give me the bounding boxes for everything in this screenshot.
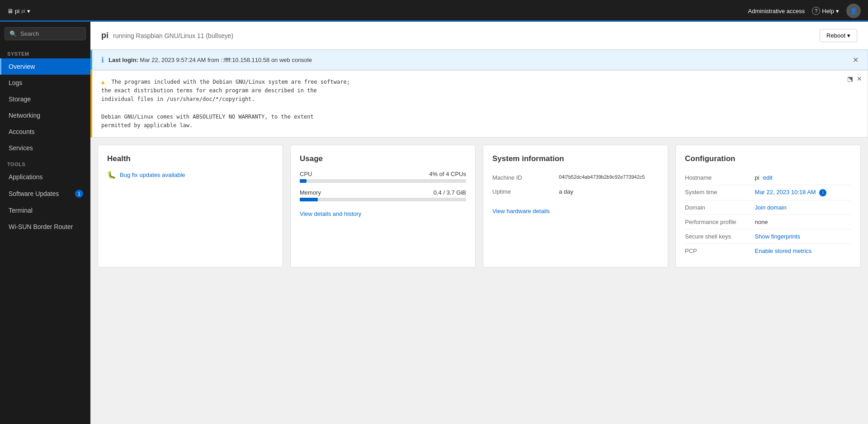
page-title-area: pi running Raspbian GNU/Linux 11 (bullse…	[101, 31, 233, 40]
motd-actions: ⬔ ✕	[847, 75, 862, 82]
system-time-info-icon[interactable]: i	[819, 189, 826, 196]
system-time-row: System time Mar 22, 2023 10:18 AM i	[685, 185, 851, 200]
motd-close-button[interactable]: ✕	[857, 75, 862, 82]
search-label: Search	[20, 30, 39, 37]
hardware-details-link[interactable]: View hardware details	[492, 208, 659, 214]
user-dropdown-icon: ▾	[27, 8, 30, 14]
ssh-keys-row: Secure shell keys Show fingerprints	[685, 229, 851, 243]
memory-label-row: Memory 0.4 / 3.7 GiB	[300, 189, 466, 196]
configuration-card: Configuration Hostname pi edit	[675, 145, 861, 267]
avatar[interactable]: 👤	[846, 4, 861, 18]
memory-value: 0.4 / 3.7 GiB	[434, 189, 466, 196]
cpu-value: 4% of 4 CPUs	[429, 171, 466, 177]
sidebar-item-networking[interactable]: Networking	[0, 107, 90, 124]
overview-label: Overview	[9, 63, 35, 70]
cpu-label-row: CPU 4% of 4 CPUs	[300, 171, 466, 177]
sidebar-item-applications[interactable]: Applications	[0, 169, 90, 185]
sidebar-section-tools-label: Tools	[0, 156, 90, 169]
sidebar-item-terminal[interactable]: Terminal	[0, 202, 90, 219]
progress-bar	[0, 20, 868, 22]
reboot-button[interactable]: Reboot ▾	[820, 29, 857, 42]
sidebar-section-system: System Overview Logs Storage Networking …	[0, 46, 90, 156]
sidebar-item-logs[interactable]: Logs	[0, 75, 90, 91]
system-info-card: System information Machine ID 04l7b52dc4…	[483, 145, 668, 267]
sidebar-section-system-label: System	[0, 46, 90, 58]
usage-title: Usage	[300, 154, 466, 163]
motd-expand-button[interactable]: ⬔	[847, 75, 853, 82]
user-icon: 🖥	[7, 8, 13, 14]
hostname-value: pi	[755, 174, 760, 181]
show-fingerprints-link[interactable]: Show fingerprints	[755, 233, 800, 240]
login-alert-close-button[interactable]: ✕	[853, 56, 859, 64]
hostname-cell: pi edit	[755, 171, 851, 185]
help-arrow: ▾	[836, 8, 839, 14]
configuration-title: Configuration	[685, 154, 851, 163]
networking-label: Networking	[9, 112, 40, 119]
cpu-progress-bg	[300, 179, 466, 183]
ssh-keys-cell: Show fingerprints	[755, 229, 851, 243]
system-time-cell: Mar 22, 2023 10:18 AM i	[755, 185, 851, 200]
memory-label: Memory	[300, 189, 321, 196]
system-time-label: System time	[685, 185, 755, 200]
sidebar-item-storage[interactable]: Storage	[0, 91, 90, 107]
search-icon: 🔍	[9, 30, 17, 37]
wi-sun-label: Wi-SUN Border Router	[9, 223, 73, 230]
cpu-progress-fill	[300, 179, 307, 183]
health-title: Health	[107, 154, 274, 163]
uptime-value: a day	[559, 185, 659, 199]
applications-label: Applications	[9, 173, 43, 181]
topbar-left: 🖥 pi pi ▾	[7, 8, 30, 14]
avatar-icon: 👤	[850, 8, 857, 14]
sidebar-item-wi-sun[interactable]: Wi-SUN Border Router	[0, 219, 90, 235]
motd-line3: individual files in /usr/share/doc/*/cop…	[101, 96, 255, 102]
topbar: 🖥 pi pi ▾ Administrative access ? Help ▾…	[0, 0, 868, 22]
motd-bar: ⬔ ✕ ▲ The programs included with the Deb…	[90, 70, 868, 138]
sidebar-item-software-updates[interactable]: Software Updates 1	[0, 185, 90, 202]
hostname-row: Hostname pi edit	[685, 171, 851, 185]
help-menu[interactable]: ? Help ▾	[812, 7, 839, 15]
motd-warning-icon: ▲	[101, 79, 104, 85]
perf-profile-row: Performance profile none	[685, 214, 851, 229]
sidebar: 🔍 Search System Overview Logs Storage Ne…	[0, 22, 90, 424]
enable-stored-metrics-link[interactable]: Enable stored metrics	[755, 248, 812, 254]
join-domain-link[interactable]: Join domain	[755, 204, 787, 211]
machine-id-value: 04l7b52dc4ab4739b2b9c92e773942c5	[559, 171, 659, 185]
user-menu[interactable]: 🖥 pi pi ▾	[7, 8, 30, 14]
software-updates-badge: 1	[75, 190, 83, 198]
content-area: pi running Raspbian GNU/Linux 11 (bullse…	[90, 22, 868, 424]
accounts-label: Accounts	[9, 128, 35, 135]
info-circle-icon: ℹ	[101, 56, 104, 64]
logs-label: Logs	[9, 79, 22, 86]
domain-label: Domain	[685, 200, 755, 214]
cpu-usage-row: CPU 4% of 4 CPUs	[300, 171, 466, 183]
storage-label: Storage	[9, 95, 31, 103]
sidebar-item-services[interactable]: Services	[0, 140, 90, 156]
login-alert-bold: Last login:	[108, 57, 138, 63]
health-item: 🐛 Bug fix updates available	[107, 171, 274, 179]
memory-usage-row: Memory 0.4 / 3.7 GiB	[300, 189, 466, 201]
cpu-label: CPU	[300, 171, 312, 177]
search-box[interactable]: 🔍 Search	[5, 27, 86, 40]
usage-details-link[interactable]: View details and history	[300, 210, 466, 217]
dashboard: Health 🐛 Bug fix updates available Usage…	[90, 138, 868, 275]
domain-row: Domain Join domain	[685, 200, 851, 214]
health-updates-link[interactable]: Bug fix updates available	[120, 172, 185, 178]
system-info-title: System information	[492, 154, 659, 163]
page-hostname: pi	[101, 31, 108, 40]
admin-access-link[interactable]: Administrative access	[748, 8, 805, 14]
page-header: pi running Raspbian GNU/Linux 11 (bullse…	[90, 22, 868, 50]
health-card: Health 🐛 Bug fix updates available	[98, 145, 283, 267]
login-alert-rest: Mar 22, 2023 9:57:24 AM from ::ffff:10.1…	[140, 57, 312, 63]
hostname-value-area: pi edit	[755, 174, 851, 181]
sidebar-item-accounts[interactable]: Accounts	[0, 124, 90, 140]
motd-text: The programs included with the Debian GN…	[101, 79, 350, 129]
motd-line5: Debian GNU/Linux comes with ABSOLUTELY N…	[101, 114, 314, 120]
hostname-edit-link[interactable]: edit	[763, 174, 773, 181]
sidebar-item-overview[interactable]: Overview	[0, 58, 90, 75]
bug-icon: 🐛	[107, 171, 116, 179]
system-time-link[interactable]: Mar 22, 2023 10:18 AM	[755, 189, 816, 195]
services-label: Services	[9, 144, 33, 152]
memory-progress-fill	[300, 198, 318, 201]
ssh-keys-label: Secure shell keys	[685, 229, 755, 243]
machine-id-row: Machine ID 04l7b52dc4ab4739b2b9c92e77394…	[492, 171, 659, 185]
